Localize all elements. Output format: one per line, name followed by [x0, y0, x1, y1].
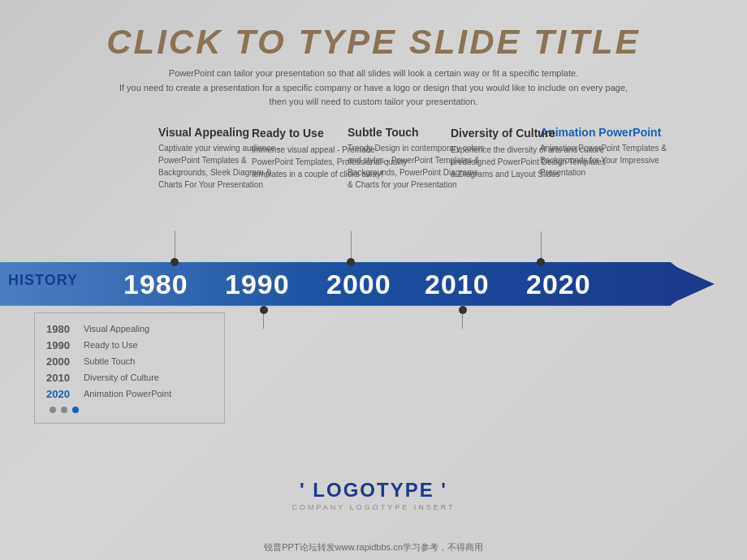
footer: 锐普PPT论坛转发www.rapidbbs.cn学习参考，不得商用 — [0, 541, 747, 554]
year-2020: 2020 — [526, 269, 591, 300]
footer-text: 锐普PPT论坛转发www.rapidbbs.cn学习参考，不得商用 — [264, 542, 483, 552]
legend-item-1980: 1980 Visual Appealing — [46, 323, 213, 335]
legend-dot-1 — [50, 407, 56, 413]
bottom-text-1990: Immense visual appeal - Premade PowerPoi… — [252, 144, 414, 180]
legend-label-1980: Visual Appealing — [84, 324, 149, 334]
legend-year-1980: 1980 — [46, 323, 77, 335]
year-2010: 2010 — [425, 269, 490, 300]
legend-label-2010: Diversity of Culture — [84, 373, 159, 382]
logo-area: ' LOGOTYPE ' COMPANY LOGOTYPE INSERT — [291, 479, 455, 511]
year-1980: 1980 — [123, 269, 188, 300]
dot-top-2000 — [347, 258, 355, 266]
dot-top-2020 — [537, 258, 545, 266]
year-1990: 1990 — [225, 269, 290, 300]
timeline-area: Visual Appealing Captivate your viewing … — [0, 126, 747, 467]
legend-item-1990: 1990 Ready to Use — [46, 339, 213, 351]
timeline-arrow — [666, 262, 715, 306]
legend-year-2020: 2020 — [46, 388, 77, 400]
connector-top-2000 — [351, 231, 352, 260]
legend-year-1990: 1990 — [46, 339, 77, 351]
dot-bottom-2010 — [459, 306, 467, 314]
bottom-title-2010: Diversity of Culture — [451, 126, 613, 140]
header-desc-line3: then you will need to custom tailor your… — [0, 95, 747, 110]
bottom-text-2010: Experience the diversity of arts and cul… — [451, 144, 613, 180]
legend-year-2000: 2000 — [46, 355, 77, 368]
legend-dot-2 — [61, 407, 67, 413]
legend-dot-3 — [72, 407, 79, 413]
legend-dots — [46, 407, 213, 413]
header-desc-line2: If you need to create a presentation for… — [0, 81, 747, 96]
year-2000: 2000 — [326, 269, 391, 300]
legend-item-2000: 2000 Subtle Touch — [46, 355, 213, 368]
bottom-item-2010: Diversity of Culture Experience the dive… — [451, 126, 613, 180]
connector-top-2020 — [541, 231, 542, 260]
header: CLICK TO TYPE SLIDE TITLE PowerPoint can… — [0, 0, 747, 118]
legend-label-2020: Animation PowerPoint — [84, 389, 171, 398]
legend-item-2020: 2020 Animation PowerPoint — [46, 388, 213, 400]
legend-label-1990: Ready to Use — [84, 340, 138, 350]
logotype-text[interactable]: ' LOGOTYPE ' — [291, 479, 455, 502]
slide-title[interactable]: CLICK TO TYPE SLIDE TITLE — [0, 23, 747, 62]
bottom-item-1990: Ready to Use Immense visual appeal - Pre… — [252, 126, 414, 180]
dot-top-1980 — [171, 258, 179, 266]
header-description: PowerPoint can tailor your presentation … — [0, 67, 747, 110]
legend-item-2010: 2010 Diversity of Culture — [46, 372, 213, 384]
dot-bottom-1990 — [260, 306, 268, 314]
connector-top-1980 — [175, 231, 175, 260]
legend-year-2010: 2010 — [46, 372, 77, 384]
logotype-sub: COMPANY LOGOTYPE INSERT — [291, 503, 455, 511]
header-desc-line1: PowerPoint can tailor your presentation … — [0, 67, 747, 81]
legend-label-2000: Subtle Touch — [84, 356, 135, 366]
history-label: HISTORY — [8, 272, 78, 289]
legend-box: 1980 Visual Appealing 1990 Ready to Use … — [34, 312, 225, 424]
bottom-title-1990: Ready to Use — [252, 126, 414, 140]
